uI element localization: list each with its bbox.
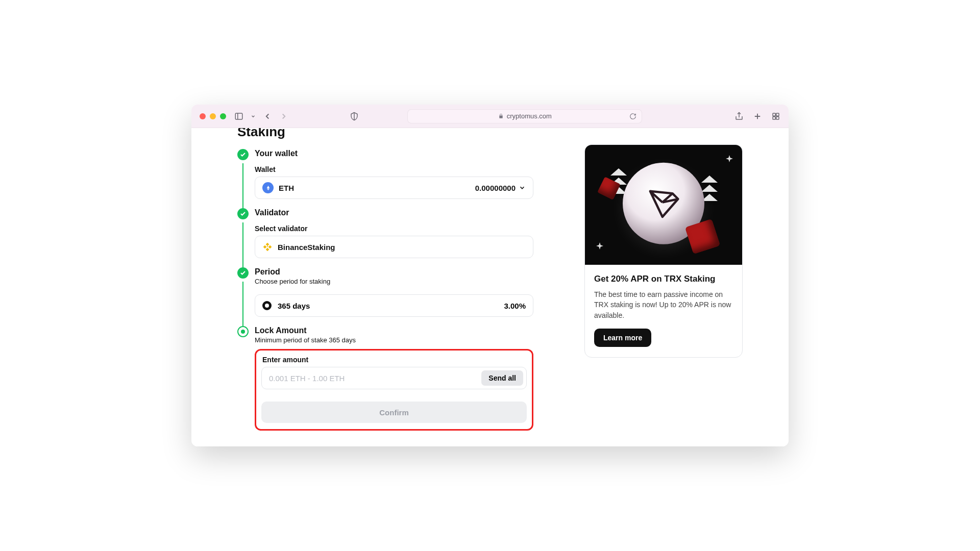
svg-rect-6	[776, 113, 779, 116]
validator-label: Select validator	[255, 224, 533, 233]
tab-overview-icon[interactable]	[771, 112, 780, 121]
amount-highlight-box: Enter amount Send all Confirm	[255, 349, 533, 431]
validator-selector[interactable]: BinanceStaking	[255, 236, 533, 258]
nav-forward-icon[interactable]	[279, 112, 288, 121]
wallet-currency: ETH	[279, 184, 294, 192]
new-tab-icon[interactable]	[753, 112, 762, 121]
step-validator: Validator Select validator BinanceStakin…	[237, 208, 533, 258]
close-window-icon[interactable]	[200, 113, 206, 119]
share-icon[interactable]	[734, 112, 744, 121]
step-validator-title: Validator	[255, 208, 533, 217]
refresh-icon	[629, 113, 636, 120]
step-done-icon	[237, 208, 249, 219]
svg-rect-8	[776, 116, 779, 119]
period-option[interactable]: 365 days 3.00%	[255, 294, 533, 317]
wallet-selector[interactable]: ETH 0.00000000	[255, 177, 533, 199]
period-rate: 3.00%	[504, 302, 526, 310]
browser-toolbar: cryptomus.com	[191, 105, 789, 128]
chevron-down-icon	[519, 184, 526, 191]
promo-title: Get 20% APR on TRX Staking	[594, 274, 733, 284]
step-period: Period Choose period for staking 365 day…	[237, 267, 533, 317]
step-done-icon	[237, 149, 249, 160]
learn-more-button[interactable]: Learn more	[594, 329, 651, 347]
sparkle-icon	[726, 155, 733, 162]
step-period-sub: Choose period for staking	[255, 278, 533, 285]
promo-card: Get 20% APR on TRX Staking The best time…	[584, 144, 743, 358]
amount-field-group: Send all	[261, 367, 527, 389]
wallet-balance: 0.00000000	[475, 184, 516, 192]
shield-icon[interactable]	[350, 112, 359, 121]
page-title: Staking	[237, 128, 533, 140]
promo-description: The best time to earn passive income on …	[594, 289, 733, 320]
toolbar-left-group	[234, 112, 288, 121]
maximize-window-icon[interactable]	[220, 113, 226, 119]
step-wallet-title: Your wallet	[255, 149, 533, 158]
svg-rect-7	[773, 116, 775, 119]
svg-rect-5	[773, 113, 775, 116]
eth-icon	[262, 182, 274, 193]
step-period-title: Period	[255, 267, 533, 277]
step-amount-sub: Minimum period of stake 365 days	[255, 336, 533, 344]
chevron-down-icon[interactable]	[251, 112, 256, 121]
radio-selected-icon	[262, 301, 272, 310]
send-all-button[interactable]: Send all	[481, 370, 523, 386]
minimize-window-icon[interactable]	[210, 113, 216, 119]
traffic-lights	[200, 113, 226, 119]
browser-window: cryptomus.com Staking	[191, 105, 789, 446]
sidebar-toggle-icon[interactable]	[234, 112, 243, 121]
amount-input[interactable]	[269, 374, 481, 383]
step-lock-amount: Lock Amount Minimum period of stake 365 …	[237, 326, 533, 431]
step-done-icon	[237, 267, 249, 279]
nav-back-icon[interactable]	[263, 112, 272, 121]
confirm-button[interactable]: Confirm	[261, 402, 527, 423]
step-current-icon	[237, 326, 249, 337]
binance-icon	[262, 242, 273, 252]
period-option-text: 365 days	[278, 302, 310, 310]
promo-image	[585, 145, 742, 265]
wallet-label: Wallet	[255, 165, 533, 173]
amount-label: Enter amount	[261, 356, 527, 364]
address-bar[interactable]: cryptomus.com	[407, 109, 642, 123]
sparkle-icon	[596, 242, 603, 249]
validator-name: BinanceStaking	[278, 243, 335, 252]
url-text: cryptomus.com	[507, 112, 552, 120]
svg-rect-0	[235, 113, 242, 119]
lock-icon	[498, 113, 504, 119]
step-amount-title: Lock Amount	[255, 326, 533, 335]
step-wallet: Your wallet Wallet ETH 0.00000000	[237, 149, 533, 199]
